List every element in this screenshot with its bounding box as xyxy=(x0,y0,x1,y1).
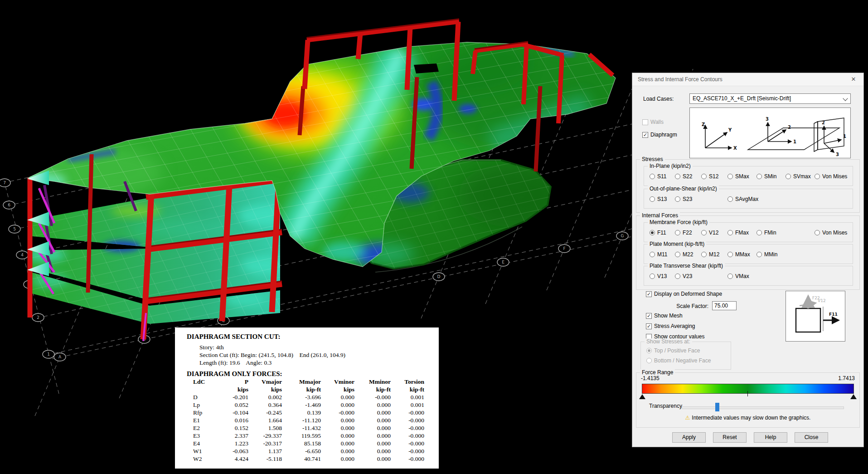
axis-label: 2 xyxy=(822,120,825,125)
stress-contours-dialog: Stress and Internal Force Contours ✕ Loa… xyxy=(632,73,864,447)
stresses-group: Stresses In-Plane (kip/in2) S11 S22 S12 … xyxy=(636,159,860,213)
radio-smin[interactable]: SMin xyxy=(756,173,776,180)
range-marker-right[interactable] xyxy=(850,394,857,399)
transparency-label: Transparency xyxy=(649,403,682,409)
radio-f11[interactable]: F11 xyxy=(650,230,666,236)
grid-label: G xyxy=(621,234,624,238)
axes-diagram-box: Z Y X 3 2 1 2 1 3 xyxy=(689,108,851,158)
forces-title: DIAPHRAGM ONLY FORCES: xyxy=(187,370,282,378)
forces-table-row: E41.223-20.31785.1580.0000.000-0.000 xyxy=(193,440,424,448)
grid-label: 4 xyxy=(21,253,24,257)
radio-s13[interactable]: S13 xyxy=(650,196,667,202)
radio-vmax[interactable]: VMax xyxy=(727,273,749,279)
grid-label: 2 xyxy=(37,315,39,320)
force-range-min: -1.4135 xyxy=(641,375,659,381)
radio-von-mises-force[interactable]: Von Mises xyxy=(815,230,847,236)
section-cut-title: DIAPHRAGM SECTION CUT: xyxy=(187,333,280,341)
radio-mmin[interactable]: MMin xyxy=(756,251,777,258)
grid-label: 7 xyxy=(3,181,6,185)
help-button[interactable]: Help xyxy=(754,432,787,443)
in-plane-group: In-Plane (kip/in2) S11 S22 S12 SMax SMin… xyxy=(644,166,853,186)
dialog-title: Stress and Internal Force Contours xyxy=(638,73,723,86)
axis-label: X xyxy=(733,146,737,151)
radio-s11[interactable]: S11 xyxy=(650,173,666,180)
radio-top-face[interactable]: Top / Positive Face xyxy=(646,347,700,354)
radio-bottom-face[interactable]: Bottom / Negative Face xyxy=(646,357,711,364)
force-range-max: 1.7413 xyxy=(838,375,855,381)
plate-moment-group: Plate Moment (kip-ft/ft) M11 M22 M12 MMa… xyxy=(644,244,853,264)
grid-label: F xyxy=(563,246,565,251)
axis-label: 3 xyxy=(836,152,839,157)
radio-v12[interactable]: V12 xyxy=(701,230,718,236)
forces-table-row: D-0.2010.002-3.6960.000-0.0000.001 xyxy=(193,394,424,401)
radio-fmin[interactable]: FMin xyxy=(756,230,776,236)
radio-v13[interactable]: V13 xyxy=(650,273,667,279)
reset-button[interactable]: Reset xyxy=(713,432,747,443)
grid-label: 1 xyxy=(47,352,50,357)
f11-label: F11 xyxy=(829,312,838,317)
dialog-titlebar[interactable]: Stress and Internal Force Contours ✕ xyxy=(632,73,863,86)
axis-label: 1 xyxy=(843,134,846,139)
forces-table: LdCP VmajorMmajor VminorMminor Torsion k… xyxy=(193,378,424,463)
forces-table-row: E20.1521.508-11.4320.0000.000-0.000 xyxy=(193,425,424,432)
grid-label: 5 xyxy=(13,227,16,231)
grid-label: D xyxy=(437,274,441,279)
out-of-plane-group: Out-of-plane-Shear (kip/in2) S13 S23 SAv… xyxy=(644,189,853,209)
close-button[interactable]: Close xyxy=(795,432,828,443)
plate-shear-group: Plate Transverse Shear (kip/ft) V13 V23 … xyxy=(644,266,853,286)
scale-factor-label: Scale Factor: xyxy=(650,303,708,309)
forces-table-row: E10.0161.664-11.1200.0000.000-0.000 xyxy=(193,417,424,425)
range-mid-tick xyxy=(747,391,748,396)
forces-units-row: kips kipskip-ft kipskip-ft kip-ft xyxy=(193,386,424,394)
diaphragm-checkbox[interactable]: ✓Diaphragm xyxy=(642,132,677,138)
range-marker-left[interactable] xyxy=(639,394,645,399)
show-mesh-checkbox[interactable]: ✓Show Mesh xyxy=(646,313,683,319)
app-window: 7 6 5 4 3 2 1 A B C D E F G xyxy=(0,0,868,474)
radio-svmax[interactable]: SVmax xyxy=(786,173,811,180)
radio-mmax[interactable]: MMax xyxy=(727,251,750,258)
radio-m12[interactable]: M12 xyxy=(701,251,719,258)
story-line: Story: 4th xyxy=(199,344,224,351)
grid-label: A xyxy=(58,355,62,359)
radio-f22[interactable]: F22 xyxy=(675,230,692,236)
stress-averaging-checkbox[interactable]: ✓Stress Averaging xyxy=(646,323,695,329)
walls-checkbox[interactable]: Walls xyxy=(642,119,664,125)
deformed-shape-checkbox[interactable]: ✓Display on Deformed Shape xyxy=(646,291,722,297)
radio-m22[interactable]: M22 xyxy=(675,251,693,258)
scale-factor-input[interactable]: 75.00 xyxy=(712,301,737,310)
axis-label: Y xyxy=(728,127,732,132)
close-icon[interactable]: ✕ xyxy=(847,73,860,86)
axis-label: Z xyxy=(702,122,705,127)
chevron-down-icon xyxy=(843,96,848,101)
warning-line: ⚠Intermediate values may slow down the g… xyxy=(636,415,859,421)
contour-color-scale xyxy=(642,384,854,394)
transparency-slider[interactable] xyxy=(682,406,844,409)
radio-fmax[interactable]: FMax xyxy=(727,230,749,236)
warning-icon: ⚠ xyxy=(685,415,690,421)
apply-button[interactable]: Apply xyxy=(672,432,706,443)
axis-label: 3 xyxy=(766,117,769,122)
forces-table-row: Lp0.0520.364-1.4690.0000.0000.001 xyxy=(193,401,424,409)
load-cases-value: EQ_ASCE710_X_+E_Drft [Seismic-Drift] xyxy=(693,95,791,102)
show-stresses-at-group: Show Stresses at: Top / Positive Face Bo… xyxy=(640,342,731,370)
axis-label: 2 xyxy=(788,125,791,130)
grid-label: E xyxy=(502,260,504,264)
load-cases-dropdown[interactable]: EQ_ASCE710_X_+E_Drft [Seismic-Drift] xyxy=(689,93,851,104)
radio-s12[interactable]: S12 xyxy=(701,173,718,180)
cut-line: Section Cut (ft): Begin: (241.5, 104.8) … xyxy=(199,352,345,359)
radio-smax[interactable]: SMax xyxy=(727,173,749,180)
forces-table-row: W1-0.0631.137-6.6500.0000.000-0.000 xyxy=(193,448,424,455)
length-angle-line: Length (ft): 19.6 Angle: 0.3 xyxy=(199,359,272,366)
radio-s22[interactable]: S22 xyxy=(675,173,692,180)
radio-s23[interactable]: S23 xyxy=(675,196,692,202)
load-cases-label: Load Cases: xyxy=(643,96,674,102)
membrane-force-group: Membrane Force (kip/ft) F11 F22 V12 FMax… xyxy=(644,222,853,242)
force-range-group: Force Range -1.4135 1.7413 Transparency … xyxy=(636,372,860,428)
radio-v23[interactable]: V23 xyxy=(675,273,692,279)
radio-von-mises-stress[interactable]: Von Mises xyxy=(815,173,847,180)
grid-label: 6 xyxy=(8,203,10,207)
forces-header-row: LdCP VmajorMmajor VminorMminor Torsion xyxy=(193,378,424,386)
transparency-handle[interactable] xyxy=(715,403,719,411)
radio-m11[interactable]: M11 xyxy=(650,251,667,258)
radio-savgmax[interactable]: SAvgMax xyxy=(727,196,758,202)
